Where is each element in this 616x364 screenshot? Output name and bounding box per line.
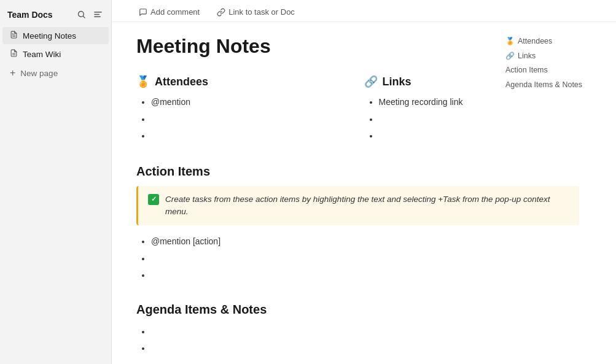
toc-attendees-icon: 🏅 bbox=[505, 36, 515, 47]
link-1: Meeting recording link bbox=[379, 97, 463, 107]
agenda-heading: Agenda Items & Notes bbox=[136, 303, 579, 317]
list-item: @mention bbox=[151, 95, 352, 110]
sidebar-header: Team Docs bbox=[0, 5, 111, 26]
callout-checkbox: ✓ bbox=[148, 194, 159, 205]
svg-line-1 bbox=[83, 16, 85, 18]
attendees-section: 🏅 Attendees @mention bbox=[136, 75, 352, 145]
toc-links-label: Links bbox=[518, 51, 536, 62]
action-items-section: Action Items ✓ Create tasks from these a… bbox=[136, 165, 579, 283]
links-icon: 🔗 bbox=[364, 75, 378, 88]
doc-icon bbox=[10, 31, 18, 41]
toc-links-icon: 🔗 bbox=[505, 51, 515, 61]
toc-item-attendees[interactable]: 🏅 Attendees bbox=[505, 34, 604, 49]
comment-icon bbox=[139, 8, 147, 17]
sidebar-item-team-wiki-label: Team Wiki bbox=[23, 50, 61, 59]
sidebar-item-meeting-notes[interactable]: Meeting Notes bbox=[2, 27, 109, 44]
toolbar: Add comment Link to task or Doc bbox=[112, 0, 616, 22]
link-to-task-button[interactable]: Link to task or Doc bbox=[214, 6, 297, 18]
agenda-list bbox=[136, 324, 579, 356]
list-item: @mention [action] bbox=[151, 234, 579, 249]
new-page-button[interactable]: + New page bbox=[2, 64, 109, 82]
links-list: Meeting recording link bbox=[364, 95, 580, 144]
add-comment-button[interactable]: Add comment bbox=[136, 6, 202, 18]
add-comment-label: Add comment bbox=[150, 7, 200, 17]
sidebar-item-team-wiki[interactable]: Team Wiki bbox=[2, 45, 109, 63]
table-of-contents: 🏅 Attendees 🔗 Links Action Items Agenda … bbox=[505, 34, 604, 92]
links-heading-label: Links bbox=[383, 76, 411, 88]
attendees-icon: 🏅 bbox=[136, 75, 150, 88]
plus-icon: + bbox=[10, 68, 15, 79]
toc-agenda-label: Agenda Items & Notes bbox=[505, 80, 582, 91]
sidebar-nav: Meeting Notes Team Wiki + New page bbox=[0, 26, 111, 83]
list-item bbox=[151, 341, 579, 356]
link-label: Link to task or Doc bbox=[228, 7, 295, 17]
toc-item-agenda[interactable]: Agenda Items & Notes bbox=[505, 78, 604, 93]
list-item bbox=[151, 112, 352, 127]
list-item: Meeting recording link bbox=[379, 95, 580, 110]
callout-box: ✓ Create tasks from these action items b… bbox=[136, 186, 579, 226]
list-item bbox=[151, 324, 579, 339]
attendees-heading-label: Attendees bbox=[155, 76, 208, 88]
list-item bbox=[151, 268, 579, 283]
toc-attendees-label: Attendees bbox=[518, 36, 552, 47]
sidebar: Team Docs Meeting Notes bbox=[0, 0, 112, 364]
list-item bbox=[151, 128, 352, 144]
sidebar-header-icons bbox=[76, 9, 104, 20]
list-item bbox=[379, 128, 580, 144]
checkmark-icon: ✓ bbox=[151, 195, 157, 203]
search-icon bbox=[77, 10, 86, 19]
attendees-heading: 🏅 Attendees bbox=[136, 75, 352, 88]
attendees-list: @mention bbox=[136, 95, 352, 144]
attendee-1: @mention bbox=[151, 97, 190, 107]
toc-action-items-label: Action Items bbox=[505, 65, 548, 76]
main-content: Add comment Link to task or Doc Meeting … bbox=[112, 0, 616, 364]
new-page-label: New page bbox=[20, 69, 58, 78]
sidebar-item-meeting-notes-label: Meeting Notes bbox=[23, 31, 76, 41]
action-items-heading: Action Items bbox=[136, 165, 579, 179]
doc-icon-2 bbox=[10, 49, 18, 59]
layout-icon bbox=[93, 10, 103, 19]
agenda-section: Agenda Items & Notes bbox=[136, 303, 579, 356]
action-item-1: @mention [action] bbox=[151, 236, 220, 246]
search-button[interactable] bbox=[76, 9, 87, 20]
toc-item-action-items[interactable]: Action Items bbox=[505, 63, 604, 78]
list-item bbox=[151, 251, 579, 266]
link-icon bbox=[217, 8, 225, 17]
action-items-list: @mention [action] bbox=[136, 234, 579, 283]
sidebar-title: Team Docs bbox=[7, 10, 53, 20]
callout-text: Create tasks from these action items by … bbox=[165, 193, 569, 219]
layout-button[interactable] bbox=[92, 9, 104, 20]
list-item bbox=[379, 112, 580, 127]
toc-item-links[interactable]: 🔗 Links bbox=[505, 49, 604, 64]
